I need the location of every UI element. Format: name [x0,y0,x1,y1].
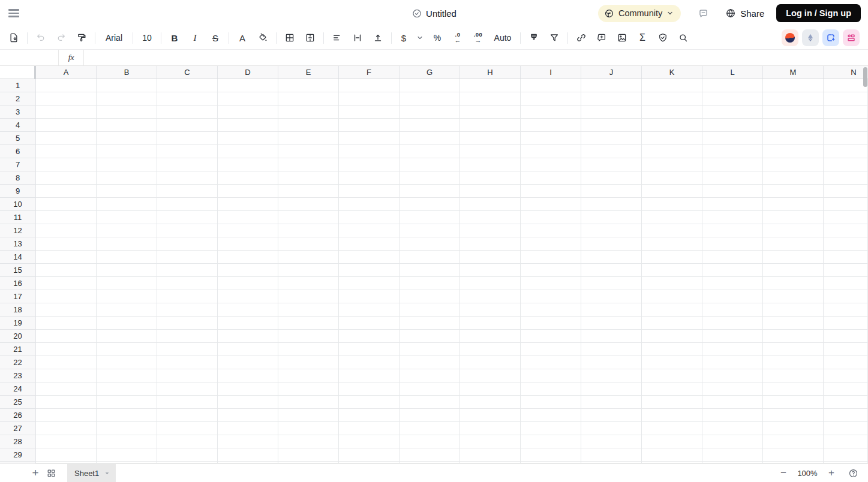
file-download-icon[interactable] [6,30,22,46]
row-header[interactable]: 23 [0,369,35,382]
formula-input[interactable] [84,50,868,65]
row-header[interactable]: 3 [0,106,35,119]
row-header[interactable]: 19 [0,317,35,330]
link-icon[interactable] [573,30,589,46]
row-header[interactable]: 29 [0,448,35,462]
hamburger-icon[interactable] [8,5,24,21]
row-header[interactable]: 2 [0,92,35,106]
toolbar: Arial 10 B I S A [0,26,868,50]
number-format-select[interactable]: Auto [491,30,515,46]
export-plugin-icon[interactable] [822,29,839,46]
row-header[interactable]: 1 [0,79,35,92]
row-header[interactable]: 27 [0,422,35,435]
theme-format-icon[interactable] [526,30,542,46]
login-signup-button[interactable]: Log in / Sign up [776,4,861,22]
text-overflow-icon[interactable] [370,30,386,46]
row-header[interactable]: 20 [0,330,35,343]
row-header[interactable]: 28 [0,435,35,448]
row-header[interactable]: 4 [0,119,35,132]
decrease-decimal-icon[interactable]: .0 ← [450,30,465,46]
zoom-out-icon[interactable]: − [777,467,790,479]
sum-icon[interactable]: Σ [635,30,650,46]
row-header[interactable]: 15 [0,264,35,277]
column-header[interactable]: J [581,66,642,79]
add-comment-icon[interactable] [594,30,609,46]
row-header[interactable]: 24 [0,382,35,396]
text-color-button[interactable]: A [235,30,250,46]
font-size-select[interactable]: 10 [139,30,155,46]
column-header[interactable]: F [339,66,400,79]
vertical-scrollbar[interactable] [863,67,867,87]
row-header[interactable]: 11 [0,211,35,224]
row-header[interactable]: 21 [0,343,35,356]
column-header[interactable]: D [218,66,278,79]
row-header[interactable]: 8 [0,171,35,185]
font-size-value: 10 [142,33,152,43]
zoom-in-icon[interactable]: + [825,467,838,479]
help-icon[interactable] [846,466,860,480]
column-header[interactable]: A [36,66,97,79]
row-header[interactable]: 10 [0,198,35,211]
sunset-plugin-icon[interactable] [782,29,798,46]
add-sheet-icon[interactable]: + [28,465,43,481]
column-header[interactable]: L [702,66,763,79]
increase-decimal-icon[interactable]: .00 → [470,30,486,46]
sheet-tab-chevron-icon[interactable] [104,470,110,477]
borders-icon[interactable] [282,30,298,46]
search-icon[interactable] [675,30,691,46]
column-header[interactable]: C [157,66,218,79]
cell-area[interactable] [36,79,868,463]
row-header[interactable]: 6 [0,145,35,158]
row-header[interactable]: 7 [0,158,35,171]
bold-button[interactable]: B [167,30,182,46]
format-painter-icon[interactable] [74,30,89,46]
row-header[interactable]: 25 [0,396,35,409]
column-header[interactable]: G [400,66,460,79]
all-sheets-icon[interactable] [43,465,59,481]
column-header[interactable]: E [278,66,339,79]
row-header[interactable]: 17 [0,290,35,303]
column-header[interactable]: B [97,66,157,79]
row-header[interactable]: 9 [0,185,35,198]
row-header[interactable]: 5 [0,132,35,145]
row-header[interactable]: 14 [0,251,35,264]
sheet-tab-sheet1[interactable]: Sheet1 [67,464,116,482]
protect-icon[interactable] [655,30,671,46]
column-header[interactable]: H [460,66,521,79]
document-title-area[interactable]: Untitled [412,8,456,19]
row-header[interactable]: 12 [0,224,35,237]
comment-icon[interactable] [694,4,712,22]
column-header[interactable]: M [763,66,824,79]
ethereum-plugin-icon[interactable] [802,29,819,46]
zoom-level[interactable]: 100% [796,469,819,478]
currency-chevron-icon[interactable] [415,30,425,46]
font-family-select[interactable]: Arial [101,30,127,46]
redo-icon[interactable] [53,30,69,46]
column-header[interactable]: I [521,66,581,79]
row-header[interactable]: 13 [0,237,35,251]
share-button[interactable]: Share [725,8,764,19]
select-all-corner[interactable] [0,66,36,79]
fill-color-icon[interactable] [255,30,271,46]
page-title[interactable]: Untitled [426,8,456,19]
filter-icon[interactable] [546,30,562,46]
percent-button[interactable]: % [430,30,445,46]
row-header[interactable]: 22 [0,356,35,369]
merge-cells-icon[interactable] [302,30,318,46]
layout-plugin-icon[interactable] [843,29,860,46]
column-headers: ABCDEFGHIJKLMN [36,66,868,79]
image-icon[interactable] [614,30,630,46]
row-header[interactable]: 26 [0,409,35,422]
vertical-align-icon[interactable] [350,30,365,46]
row-header[interactable]: 16 [0,277,35,290]
undo-icon[interactable] [33,30,49,46]
column-header[interactable]: K [642,66,702,79]
italic-button[interactable]: I [187,30,203,46]
align-left-icon[interactable] [329,30,345,46]
currency-button[interactable]: $ [397,30,410,46]
strikethrough-button[interactable]: S [208,30,223,46]
cell-name-box[interactable] [0,50,59,65]
column-header[interactable]: N [824,66,868,79]
community-button[interactable]: Community [598,5,681,22]
row-header[interactable]: 18 [0,303,35,317]
